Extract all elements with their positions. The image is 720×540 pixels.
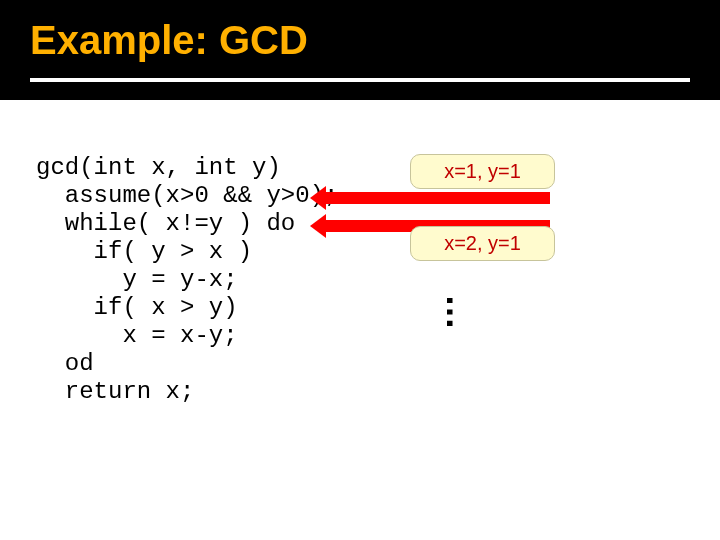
title-underline	[30, 78, 690, 82]
annotation-initial-state-2: x=2, y=1	[410, 226, 555, 261]
title-bar: Example: GCD	[0, 0, 720, 100]
slide-title: Example: GCD	[30, 18, 690, 63]
slide: Example: GCD gcd(int x, int y) assume(x>…	[0, 0, 720, 540]
arrow-to-while-2	[310, 214, 404, 238]
arrow-to-assume-1	[310, 186, 404, 210]
code-block: gcd(int x, int y) assume(x>0 && y>0); wh…	[36, 154, 338, 406]
annotation-initial-state-1: x=1, y=1	[410, 154, 555, 189]
vertical-ellipsis: …	[438, 294, 480, 331]
slide-body: gcd(int x, int y) assume(x>0 && y>0); wh…	[0, 100, 720, 540]
